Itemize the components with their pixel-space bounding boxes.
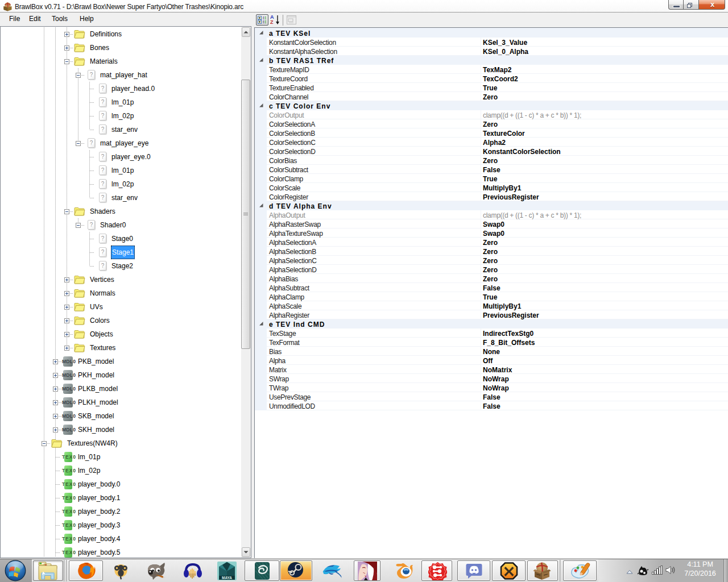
svg-text:MDL0: MDL0 [62, 427, 76, 433]
svg-text:MDL0: MDL0 [62, 413, 76, 419]
svg-text:TEX0: TEX0 [62, 550, 76, 555]
svg-text:TEX0: TEX0 [62, 468, 76, 473]
svg-text:MAYA: MAYA [222, 576, 232, 580]
svg-text:TEX0: TEX0 [62, 454, 76, 460]
svg-text:TEX0: TEX0 [62, 536, 76, 542]
svg-text:TEX0: TEX0 [62, 522, 76, 528]
svg-text:MDL0: MDL0 [62, 359, 76, 364]
svg-text:MDL0: MDL0 [62, 372, 76, 378]
svg-text:TEX0: TEX0 [62, 495, 76, 501]
svg-text:MDL0: MDL0 [62, 386, 76, 392]
svg-text:TEX0: TEX0 [62, 481, 76, 487]
svg-text:MDL0: MDL0 [62, 400, 76, 405]
svg-text:TEX0: TEX0 [62, 509, 76, 514]
